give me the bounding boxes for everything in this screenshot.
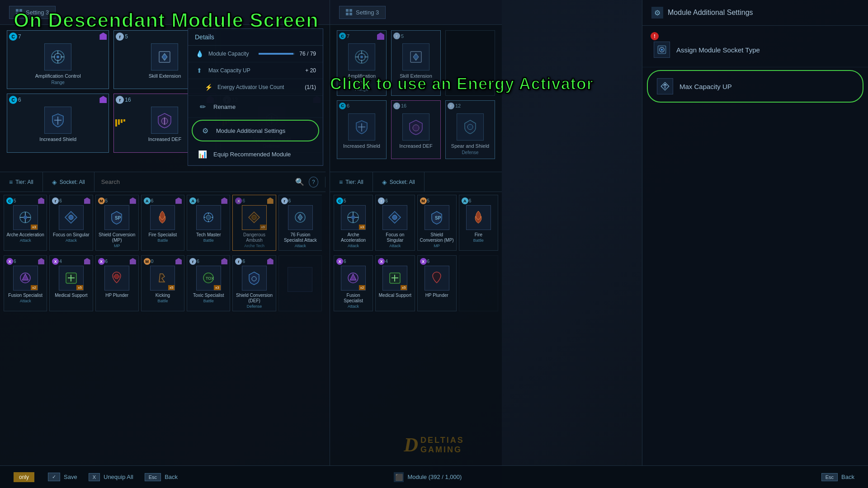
- card-medical-support[interactable]: X 4 x5 Medical Support: [49, 255, 93, 311]
- card-top-r2-6: r 6: [235, 258, 273, 265]
- card-top-r2-4: M 0: [144, 258, 182, 265]
- right-slot-def[interactable]: r 16 Increased DEF: [391, 100, 441, 159]
- svg-point-51: [351, 216, 355, 219]
- card-hp-plunder[interactable]: X 6 HP Plunder: [95, 255, 139, 311]
- right-setting-tab[interactable]: Setting 3: [339, 6, 386, 19]
- card-lock-2: [84, 197, 90, 204]
- module-settings-button[interactable]: ⚙ Module Additional Settings: [192, 120, 319, 141]
- save-button[interactable]: ✓ Save: [48, 473, 77, 481]
- module-icon-amplification: [44, 43, 71, 70]
- right-card-fire[interactable]: A6 Fire Battle: [459, 195, 498, 251]
- right-card-shield-mp[interactable]: M5 SP Shield Conversion (MP) MP: [417, 195, 457, 251]
- assign-socket-option[interactable]: Assign Module Socket Type: [642, 33, 868, 67]
- right-card-arche[interactable]: C5 x3 Arche Acceleration Attack: [334, 195, 373, 251]
- svg-point-6: [57, 56, 59, 58]
- right-icon-amp: [348, 43, 375, 70]
- capacity-icon: 💧: [195, 49, 204, 58]
- card-tier-x-r2: X: [6, 258, 13, 265]
- module-slot-shield[interactable]: C 6 Increased Shield: [7, 94, 109, 152]
- card-tier-r-r2-6: r: [235, 258, 242, 265]
- card-icon-arche: x3: [13, 205, 38, 230]
- search-input[interactable]: [101, 178, 291, 185]
- details-header: Details: [188, 29, 323, 46]
- card-lock-6: [267, 197, 274, 204]
- cards-row-1: C 5 x3 Arche Acceleration Attack: [0, 192, 326, 253]
- right-socket-filter[interactable]: ◈ Socket: All: [373, 172, 425, 192]
- card-tier-a-5: A: [189, 197, 196, 204]
- card-shield-conv-mp[interactable]: M 5 SP Shield Conversion (MP) MP: [95, 195, 139, 251]
- tab-grid-icon: [16, 9, 22, 15]
- max-capacity-icon: [657, 78, 673, 94]
- unequip-all-button[interactable]: X Unequip All: [89, 473, 133, 481]
- card-lock-5: [221, 197, 227, 204]
- svg-point-8: [163, 55, 166, 59]
- right-card-placeholder[interactable]: [459, 255, 498, 311]
- card-tech-master[interactable]: A 6 Tech Master Battle: [187, 195, 230, 251]
- card-dangerous-ambush[interactable]: X 6 x9 Dangerous Ambush Arche Tech: [232, 195, 276, 251]
- card-focus-singular[interactable]: r 6 Focus on Singular Attack: [49, 195, 93, 251]
- search-icon[interactable]: 🔍: [295, 178, 304, 186]
- card-icon-shield-mp: SP: [104, 205, 129, 230]
- right-tier-filter[interactable]: ≡ Tier: All: [330, 172, 373, 192]
- right-slot-skill[interactable]: r 5 Skill Extension: [391, 30, 441, 96]
- card-icon-hp-plunder: [104, 266, 129, 291]
- tier-filter[interactable]: ≡ Tier: All: [0, 172, 43, 192]
- right-filter-bar: ≡ Tier: All ◈ Socket: All: [330, 172, 502, 192]
- right-card-medical[interactable]: X4 x5 Medical Support: [375, 255, 415, 311]
- card-kicking[interactable]: M 0 x5 Kicking Battle: [141, 255, 184, 311]
- card-shield-conv-def[interactable]: r 6 Shield Conversion (DEF) Defense: [232, 255, 276, 311]
- svg-point-46: [413, 125, 419, 131]
- back-button-left[interactable]: Esc Back: [145, 473, 178, 481]
- help-icon[interactable]: ?: [309, 177, 318, 188]
- right-slot-empty[interactable]: [445, 30, 495, 96]
- save-label: Save: [64, 474, 77, 480]
- energy-value: (1/1): [305, 84, 316, 90]
- card-extra[interactable]: [278, 255, 322, 311]
- def-bars: [115, 119, 125, 127]
- unequip-key: X: [89, 473, 100, 481]
- right-socket-label: Socket: All: [390, 179, 415, 185]
- module-icon-shield: [44, 107, 71, 134]
- card-toxic-specialist[interactable]: r 6 TOX x3 Toxic Specialist Battle: [187, 255, 230, 311]
- right-slot-spear[interactable]: r 12 Spear and Shield Defense: [445, 100, 495, 159]
- card-fusion-76[interactable]: r 6 76 Fusion Specialist Attack Attack: [278, 195, 322, 251]
- max-capacity-option[interactable]: Max Capacity UP: [647, 70, 863, 103]
- right-card-focus[interactable]: r6 Focus on Singular Attack: [375, 195, 415, 251]
- capacity-bar-fill: [259, 53, 293, 55]
- module-count-text: Module (392 / 1,000): [407, 474, 462, 480]
- svg-point-18: [69, 215, 73, 220]
- search-bar: 🔍 ?: [94, 177, 326, 188]
- back-button-right[interactable]: Esc Back: [821, 473, 854, 481]
- module-name-skill-ext: Skill Extension: [149, 73, 181, 79]
- card-fusion-specialist[interactable]: X 6 x2 Fusion Specialist Attack: [4, 255, 47, 311]
- card-icon-ambush: x9: [242, 205, 267, 230]
- card-arche-acceleration[interactable]: C 5 x3 Arche Acceleration Attack: [4, 195, 47, 251]
- right-card-fusion[interactable]: X6 x2 Fusion Specialist Attack: [334, 255, 373, 311]
- left-setting-tab[interactable]: Setting 3: [9, 6, 56, 19]
- module-slot-amplification[interactable]: C 7 Amplification Control Range: [7, 30, 109, 89]
- assign-socket-label: Assign Module Socket Type: [676, 46, 760, 54]
- svg-point-34: [252, 277, 256, 281]
- card-fire-specialist[interactable]: A 6 Fire Specialist Battle: [141, 195, 184, 251]
- card-badge-2: r 6: [52, 197, 62, 204]
- right-card-hp[interactable]: X6 HP Plunder: [417, 255, 457, 311]
- card-tier-m-r2: M: [144, 258, 151, 265]
- socket-label: Socket: All: [60, 179, 85, 185]
- card-badge-r2-2: X 4: [52, 258, 62, 265]
- right-slot-shield[interactable]: C 6 Increased Shield: [337, 100, 387, 159]
- badge-c: C: [9, 33, 17, 41]
- right-slot-amp[interactable]: C 7 Amplification Control Range: [337, 30, 387, 96]
- card-name-kicking: Kicking: [156, 293, 170, 298]
- max-cap-value: + 20: [305, 67, 316, 74]
- unequip-label: Unequip All: [104, 474, 133, 480]
- card-top-r2-1: X 6: [6, 258, 44, 265]
- equip-recommended-button[interactable]: 📊 Equip Recommended Module: [188, 143, 323, 165]
- card-top-3: M 5: [98, 197, 136, 204]
- socket-filter[interactable]: ◈ Socket: All: [43, 172, 94, 192]
- settings-header-icon: ⚙: [651, 7, 663, 19]
- settings-panel-title: Module Additional Settings: [668, 9, 753, 17]
- rename-button[interactable]: ✏ Rename: [188, 96, 323, 118]
- module-count-icon: ⬛: [394, 472, 404, 482]
- card-name-fire: Fire Specialist: [149, 232, 177, 238]
- card-type-tech: Battle: [203, 238, 214, 243]
